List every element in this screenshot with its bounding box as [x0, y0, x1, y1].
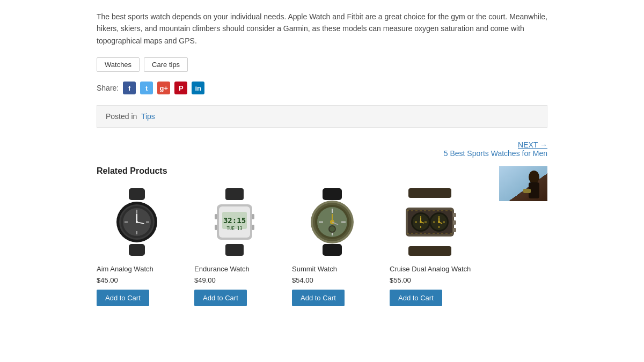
- svg-rect-13: [225, 188, 244, 200]
- product-name-aim: Aim Analog Watch: [97, 265, 153, 273]
- svg-rect-1: [129, 244, 145, 256]
- svg-rect-22: [252, 214, 254, 219]
- svg-rect-63: [453, 213, 456, 217]
- svg-point-70: [529, 171, 539, 183]
- add-to-cart-summit[interactable]: Add to Cart: [292, 290, 345, 306]
- svg-rect-65: [453, 228, 456, 232]
- product-card-cruise: Cruise Dual Analog Watch $55.00 Add to C…: [390, 184, 481, 306]
- svg-rect-0: [129, 188, 145, 200]
- product-image-endurance: 32:15 TUE 13: [194, 184, 275, 260]
- next-label[interactable]: NEXT →: [97, 141, 547, 149]
- product-card-endurance: 32:15 TUE 13 Endurance Watch $49.00 Add …: [194, 184, 286, 306]
- svg-rect-40: [408, 246, 451, 256]
- google-plus-icon[interactable]: g+: [157, 82, 170, 94]
- add-to-cart-endurance[interactable]: Add to Cart: [194, 290, 247, 306]
- svg-rect-69: [499, 166, 547, 201]
- svg-text:32:15: 32:15: [223, 216, 246, 225]
- product-name-endurance: Endurance Watch: [194, 265, 250, 273]
- products-grid: Aim Analog Watch $45.00 Add to Cart: [97, 184, 491, 306]
- share-row: Share: f t g+ P in: [97, 82, 547, 94]
- next-post-thumbnail: [499, 166, 547, 203]
- svg-rect-21: [215, 225, 217, 230]
- svg-text:TUE 13: TUE 13: [227, 226, 243, 231]
- add-to-cart-cruise[interactable]: Add to Cart: [390, 290, 442, 306]
- svg-rect-20: [215, 214, 217, 219]
- svg-point-38: [330, 226, 335, 232]
- pinterest-icon[interactable]: P: [174, 82, 187, 94]
- next-link-row: NEXT → 5 Best Sports Watches for Men: [97, 141, 547, 158]
- posted-in-category-link[interactable]: Tips: [141, 112, 155, 121]
- add-to-cart-aim[interactable]: Add to Cart: [97, 290, 149, 306]
- svg-point-52: [420, 221, 422, 223]
- product-name-cruise: Cruise Dual Analog Watch: [390, 265, 471, 273]
- next-post-title[interactable]: 5 Best Sports Watches for Men: [97, 149, 547, 158]
- posted-in-bar: Posted in Tips: [97, 105, 547, 128]
- product-name-summit: Summit Watch: [292, 265, 337, 273]
- tag-watches[interactable]: Watches: [97, 57, 140, 72]
- product-card-summit: Summit Watch $54.00 Add to Cart: [292, 184, 383, 306]
- related-products-area: Related Products: [97, 166, 491, 306]
- svg-rect-14: [225, 244, 244, 256]
- product-price-endurance: $49.00: [194, 276, 216, 284]
- product-price-summit: $54.00: [292, 276, 313, 284]
- svg-rect-72: [523, 189, 531, 193]
- svg-rect-64: [453, 220, 456, 225]
- svg-rect-23: [252, 225, 254, 230]
- tags-row: Watches Care tips: [97, 57, 547, 72]
- product-image-aim: [97, 184, 177, 260]
- product-image-summit: [292, 184, 372, 260]
- share-label: Share:: [97, 84, 119, 92]
- product-card-aim-analog: Aim Analog Watch $45.00 Add to Cart: [97, 184, 188, 306]
- article-body: The best sports watch depends on your in…: [97, 11, 547, 47]
- twitter-icon[interactable]: t: [140, 82, 153, 94]
- related-section: Related Products: [97, 166, 547, 306]
- svg-rect-39: [408, 188, 451, 198]
- related-products-title: Related Products: [97, 166, 491, 176]
- svg-point-12: [136, 221, 138, 223]
- posted-in-prefix: Posted in: [106, 112, 137, 121]
- product-price-aim: $45.00: [97, 276, 118, 284]
- svg-rect-24: [323, 188, 342, 200]
- product-price-cruise: $55.00: [390, 276, 411, 284]
- svg-rect-25: [323, 244, 342, 256]
- linkedin-icon[interactable]: in: [192, 82, 204, 94]
- svg-point-62: [438, 221, 440, 223]
- facebook-icon[interactable]: f: [123, 82, 136, 94]
- product-image-cruise: [390, 184, 470, 260]
- tag-care-tips[interactable]: Care tips: [144, 57, 188, 72]
